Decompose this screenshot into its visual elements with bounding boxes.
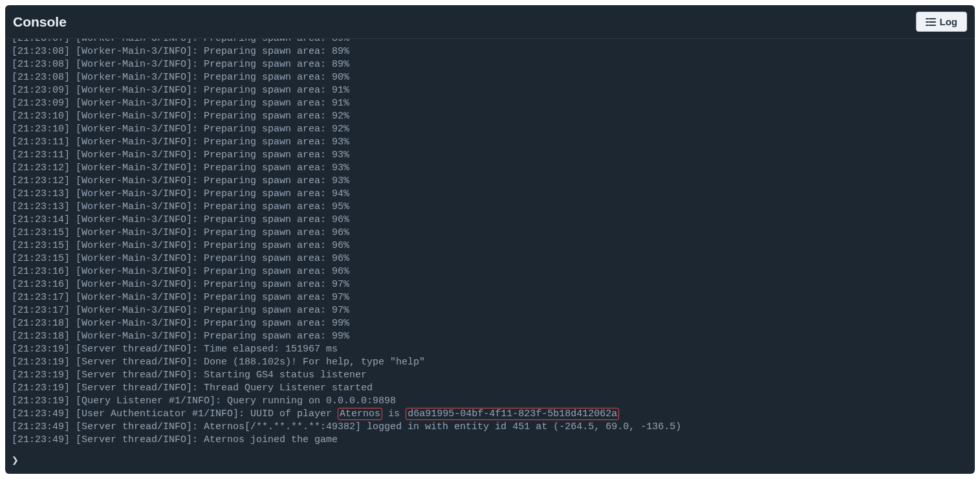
- console-line: [21:23:17] [Worker-Main-3/INFO]: Prepari…: [12, 304, 968, 317]
- console-line: [21:23:15] [Worker-Main-3/INFO]: Prepari…: [12, 240, 968, 252]
- prompt-icon: ❯: [12, 453, 19, 467]
- console-title: Console: [13, 14, 67, 30]
- log-button[interactable]: Log: [916, 12, 968, 32]
- highlight-player-name: Aternos: [338, 408, 382, 420]
- console-line: [21:23:19] [Server thread/INFO]: Done (1…: [12, 356, 968, 369]
- console-line: [21:23:08] [Worker-Main-3/INFO]: Prepari…: [12, 71, 968, 84]
- console-line: [21:23:07] [Worker-Main-3/INFO]: Prepari…: [12, 39, 968, 45]
- console-line: [21:23:13] [Worker-Main-3/INFO]: Prepari…: [12, 188, 968, 201]
- highlight-player-uuid: d6a91995-04bf-4f11-823f-5b18d412062a: [406, 408, 619, 420]
- console-line: [21:23:12] [Worker-Main-3/INFO]: Prepari…: [12, 162, 968, 175]
- console-line: [21:23:17] [Worker-Main-3/INFO]: Prepari…: [12, 291, 968, 304]
- console-output[interactable]: [21:23:07] [Worker-Main-3/INFO]: Prepari…: [5, 39, 975, 451]
- console-line: [21:23:11] [Worker-Main-3/INFO]: Prepari…: [12, 136, 968, 149]
- console-line: [21:23:13] [Worker-Main-3/INFO]: Prepari…: [12, 201, 968, 214]
- log-button-label: Log: [940, 16, 958, 27]
- console-line: [21:23:09] [Worker-Main-3/INFO]: Prepari…: [12, 84, 968, 97]
- console-line: [21:23:19] [Server thread/INFO]: Startin…: [12, 369, 968, 382]
- console-line: [21:23:08] [Worker-Main-3/INFO]: Prepari…: [12, 45, 968, 58]
- console-line: [21:23:08] [Worker-Main-3/INFO]: Prepari…: [12, 58, 968, 71]
- console-line: [21:23:15] [Worker-Main-3/INFO]: Prepari…: [12, 252, 968, 265]
- console-line: [21:23:19] [Server thread/INFO]: Time el…: [12, 343, 968, 356]
- console-line: [21:23:12] [Worker-Main-3/INFO]: Prepari…: [12, 175, 968, 188]
- console-line: [21:23:19] [Query Listener #1/INFO]: Que…: [12, 395, 968, 408]
- console-line: [21:23:18] [Worker-Main-3/INFO]: Prepari…: [12, 317, 968, 330]
- console-line: [21:23:10] [Worker-Main-3/INFO]: Prepari…: [12, 123, 968, 136]
- console-line: [21:23:18] [Worker-Main-3/INFO]: Prepari…: [12, 330, 968, 343]
- console-line: [21:23:49] [User Authenticator #1/INFO]:…: [12, 408, 968, 421]
- console-panel: Console Log [21:23:07] [Worker-Main-3/IN…: [5, 5, 975, 474]
- console-line: [21:23:16] [Worker-Main-3/INFO]: Prepari…: [12, 265, 968, 278]
- console-line: [21:23:49] [Server thread/INFO]: Aternos…: [12, 434, 968, 447]
- console-line: [21:23:14] [Worker-Main-3/INFO]: Prepari…: [12, 214, 968, 227]
- console-header: Console Log: [5, 5, 975, 39]
- console-line: [21:23:10] [Worker-Main-3/INFO]: Prepari…: [12, 110, 968, 123]
- console-line: [21:23:49] [Server thread/INFO]: Aternos…: [12, 421, 968, 434]
- console-line: [21:23:16] [Worker-Main-3/INFO]: Prepari…: [12, 278, 968, 291]
- console-line: [21:23:09] [Worker-Main-3/INFO]: Prepari…: [12, 97, 968, 110]
- console-line: [21:23:15] [Worker-Main-3/INFO]: Prepari…: [12, 227, 968, 240]
- console-line: [21:23:19] [Server thread/INFO]: Thread …: [12, 382, 968, 395]
- log-icon: [926, 17, 936, 27]
- console-line: [21:23:11] [Worker-Main-3/INFO]: Prepari…: [12, 149, 968, 162]
- console-input-row[interactable]: ❯: [5, 451, 975, 474]
